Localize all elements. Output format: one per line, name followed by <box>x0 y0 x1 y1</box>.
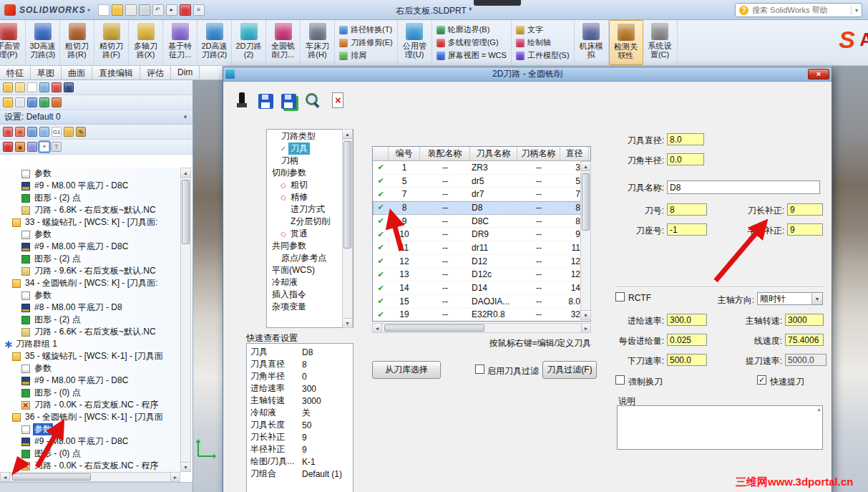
wrench-icon[interactable] <box>27 97 37 107</box>
scrollbar-thumb[interactable] <box>384 324 484 332</box>
save-icon[interactable] <box>258 94 273 109</box>
column-header[interactable]: 装配名称 <box>420 147 470 160</box>
pick-position-icon[interactable]: ⌖ <box>39 142 49 152</box>
spindle-direction-select[interactable]: 顺时针 ▼ <box>757 292 823 305</box>
tool-filter-button[interactable]: 刀具过滤(F) <box>542 361 597 379</box>
tool-name-field[interactable]: D8 <box>667 180 820 194</box>
publish-icon[interactable] <box>125 4 137 16</box>
tool-table-row[interactable]: ✔13--D12c--12.0 <box>373 269 590 282</box>
feature-tree-item[interactable]: 图形 - (2) 点 <box>0 192 180 204</box>
tool-table-row[interactable]: ✔1--ZR3--3.0 <box>373 161 590 175</box>
feature-tree-item[interactable]: 刀路群组 1 <box>0 338 180 350</box>
ribbon-item-toolpath-trim-icon[interactable]: 刀路修剪(E) <box>339 37 393 48</box>
ribbon-item-boundary-icon[interactable]: 轮廓边界(B) <box>437 24 507 35</box>
tree-horizontal-scrollbar[interactable]: ◄ ► <box>0 472 180 482</box>
feature-tree-item[interactable]: 参数 <box>0 423 180 435</box>
up-arrow-icon[interactable]: ▲ <box>15 142 25 152</box>
tool-table-row[interactable]: ✔10--DR9--9.0 <box>373 228 590 241</box>
scroll-down-icon[interactable]: ▼ <box>343 318 352 327</box>
feature-tree-item[interactable]: 35 - 螺旋钻孔 - [WCS: K-1] - [刀具面 <box>0 350 180 362</box>
ribbon-item-multithread-icon[interactable]: 多线程管理(G) <box>437 37 507 48</box>
globe-icon[interactable] <box>39 97 49 107</box>
from-tool-library-button[interactable]: 从刀库选择 <box>372 361 441 379</box>
dialog-tree-item[interactable]: 进刀方式 <box>267 203 353 216</box>
ribbon-item-path-convert-icon[interactable]: 路径转换(T) <box>339 24 393 35</box>
chevron-down-icon[interactable]: ▾ <box>855 7 858 14</box>
commandmanager-tab[interactable]: 直接编辑 <box>92 66 140 79</box>
feature-tree-item[interactable]: 刀路 - 0.0K - 右后支板.NC - 程序 <box>0 399 180 411</box>
tool-table-row[interactable]: ✔19--E32R0.8--32.0 <box>373 309 590 322</box>
dialog-tree-scrollbar[interactable]: ▲ ▼ <box>342 129 353 328</box>
chevron-down-icon[interactable]: ▼ <box>811 293 822 304</box>
scroll-up-icon[interactable]: ▲ <box>343 130 352 139</box>
scroll-left-icon[interactable]: ◄ <box>373 324 382 332</box>
length-offset-field[interactable]: 9 <box>787 203 823 216</box>
commandmanager-tab[interactable]: 草图 <box>31 66 62 79</box>
table-horizontal-scrollbar[interactable]: ◄ ► <box>372 323 591 333</box>
tree-vertical-scrollbar[interactable]: ▲ ▼ <box>180 168 191 472</box>
dialog-tree-item[interactable]: ◇精修 <box>267 191 353 203</box>
column-header[interactable] <box>373 147 389 160</box>
ribbon-button-common-manage-icon[interactable]: 公用管理(U) <box>398 20 432 65</box>
layers-icon[interactable] <box>15 97 25 107</box>
ribbon-item-screen-view-icon[interactable]: 屏幕视图 = WCS <box>437 50 507 61</box>
surface-speed-field[interactable]: 75.4006 <box>785 334 824 346</box>
scrollbar-thumb[interactable] <box>582 173 590 231</box>
tool-table-row[interactable]: ✔11--dr11--11.0 <box>373 241 590 255</box>
tool-table-row[interactable]: ✔9--D8C--8.0 <box>373 215 590 228</box>
dialog-tree-item[interactable]: 刀柄 <box>267 155 353 167</box>
dialog-tree-item[interactable]: 插入指令 <box>267 289 353 301</box>
column-header[interactable]: 刀柄名称 <box>517 147 560 160</box>
tool-table-row[interactable]: ✔12--D12--12.0 <box>373 255 590 269</box>
ribbon-button-lathe-path-icon[interactable]: 车床刀路(H) <box>301 20 335 65</box>
ribbon-item-draw-axis-icon[interactable]: 绘制轴 <box>516 37 570 48</box>
ribbon-button-hsm-2d-icon[interactable]: 2D高速刀路(2) <box>198 20 232 65</box>
feature-tree-item[interactable]: 刀路 - 9.6K - 右后支板~默认.NC <box>0 265 180 277</box>
target-icon[interactable] <box>52 97 62 107</box>
new-document-icon[interactable] <box>98 4 109 16</box>
delete-all-icon[interactable]: × <box>15 127 25 137</box>
tool-table-row[interactable]: ✔8--D8--8.0 <box>373 201 590 215</box>
tool-diameter-field[interactable]: 8.0 <box>667 133 704 145</box>
save-as-icon[interactable] <box>281 94 296 109</box>
close-button[interactable]: × <box>808 69 829 79</box>
folder-stack-icon[interactable] <box>3 97 13 107</box>
scroll-up-icon[interactable]: ▲ <box>181 168 190 178</box>
plunge-rate-field[interactable]: 500.0 <box>667 354 707 366</box>
dialog-tree-item[interactable]: 共同参数 <box>267 240 353 252</box>
ribbon-button-multiaxis-path-icon[interactable]: 多轴刀路(X) <box>129 20 163 65</box>
probe-icon[interactable] <box>233 92 250 109</box>
radius-offset-field[interactable]: 9 <box>787 223 823 236</box>
feed-rate-field[interactable]: 300.0 <box>667 314 707 326</box>
tool-table-row[interactable]: ✔7--dr7--7.0 <box>373 188 590 201</box>
ribbon-item-text-icon[interactable]: 文字 <box>516 24 570 35</box>
ribbon-button-circle-mill-icon[interactable]: 全圆铣削刀... <box>266 20 301 65</box>
open-folder-icon[interactable] <box>112 4 123 16</box>
folder-new-icon[interactable] <box>15 82 25 92</box>
dialog-tree-item[interactable]: Z分层切削 <box>267 216 353 228</box>
feature-tree-item[interactable]: 参数 <box>0 168 180 180</box>
ribbon-button-plane-manage-icon[interactable]: 平面管理(P) <box>0 20 26 65</box>
tool-table-row[interactable]: ✔5--dr5--5.0 <box>373 175 590 188</box>
filter-icon[interactable] <box>27 127 37 137</box>
scrollbar-thumb[interactable] <box>343 141 351 249</box>
description-textarea[interactable] <box>617 405 823 450</box>
feature-tree-item[interactable]: 33 - 螺旋钻孔 - [WCS: K] - [刀具面: <box>0 216 180 228</box>
feature-tree-item[interactable]: #9 - M8.00 平底刀 - D8C <box>0 375 180 387</box>
ribbon-button-hsm-3d-icon[interactable]: 3D高速刀路(3) <box>26 20 60 65</box>
chevron-down-icon[interactable]: ▼ <box>182 114 188 120</box>
color-wheel-icon[interactable] <box>52 82 62 92</box>
select-cursor-icon[interactable]: ▸ <box>166 4 177 16</box>
graphics-viewport-right[interactable] <box>832 66 868 492</box>
commandmanager-tab[interactable]: 曲面 <box>62 66 92 79</box>
scroll-down-icon[interactable]: ▼ <box>181 462 190 471</box>
commandmanager-tab[interactable]: 特征 <box>0 66 31 79</box>
stop-icon[interactable] <box>3 142 13 152</box>
g1-code-icon[interactable]: G1 <box>52 127 62 137</box>
feed-per-tooth-field[interactable]: 0.025 <box>667 334 707 346</box>
undo-icon[interactable]: ↶ <box>152 4 164 16</box>
ribbon-button-rough-path-icon[interactable]: 粗切刀路(R) <box>60 20 94 65</box>
corner-radius-field[interactable]: 0.0 <box>667 153 704 165</box>
feature-tree-item[interactable]: #8 - M8.00 平底刀 - D8 <box>0 302 180 314</box>
options-menu-icon[interactable]: ≡ <box>193 4 205 16</box>
